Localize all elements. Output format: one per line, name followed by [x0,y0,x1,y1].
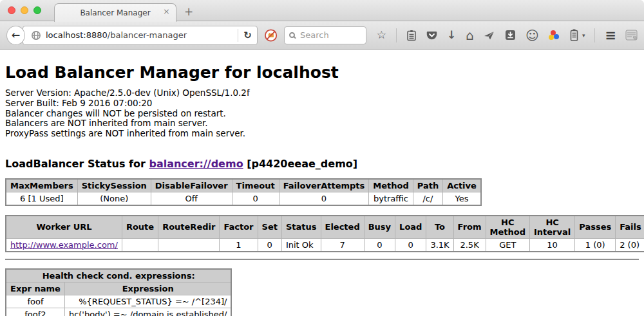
page-grid-icon[interactable] [625,30,638,41]
table-row: http://www.example.com/ 1 0 Init Ok 7 0 … [6,238,644,252]
cell-status: Init Ok [281,238,321,252]
cell-expr-name: foof2 [6,308,64,316]
reading-list-icon[interactable] [406,30,417,41]
cell-load: 0 [395,238,426,252]
balancer-demo-link[interactable]: balancer://demo [149,158,243,170]
col-expression: Expression [64,282,231,295]
window-controls [8,6,41,14]
table-header-row: Expr name Expression [6,282,231,295]
table-row: 6 [1 Used] (None) Off 0 0 bytraffic /c/ … [6,192,481,205]
col-fails: Fails [616,216,644,239]
navigation-toolbar: ← localhost:8880/balancer-manager ↻ ☆ [0,21,644,50]
minimize-window-button[interactable] [21,6,28,14]
col-timeout: Timeout [232,179,279,192]
cell-busy: 0 [364,238,395,252]
cell-factor: 1 [220,238,258,252]
server-info: Server Version: Apache/2.5.0-dev (Unix) … [5,88,639,139]
balancers-notice-line: Balancers are NOT inherited from main se… [5,118,639,129]
col-disablefailover: DisableFailover [151,179,232,192]
heading-prefix: LoadBalancer Status for [5,158,149,170]
downloads-icon[interactable]: ↓ [447,30,456,41]
col-to: To [426,216,453,239]
col-worker-url: Worker URL [6,216,122,239]
heading-suffix: [p4420eeae_demo] [243,158,358,170]
col-passes: Passes [575,216,616,239]
cell-set: 0 [258,238,281,252]
tab-balancer-manager[interactable]: Balancer Manager × [54,3,176,22]
col-stickysession: StickySession [77,179,151,192]
cell-path: /c/ [413,192,442,205]
col-set: Set [258,216,281,239]
cell-stickysession: (None) [77,192,151,205]
chevron-down-icon[interactable]: ▾ [582,32,585,39]
colored-dots-extension-icon[interactable] [549,30,560,41]
cell-method: bytraffic [369,192,413,205]
col-active: Active [443,179,481,192]
toolbar-divider [594,28,595,42]
reload-button[interactable]: ↻ [243,30,252,41]
cell-worker-url: http://www.example.com/ [6,238,122,252]
cell-to: 3.1K [426,238,453,252]
col-path: Path [413,179,442,192]
col-route: Route [122,216,158,239]
cell-from: 2.5K [453,238,486,252]
close-window-button[interactable] [8,6,15,14]
blue-dot [554,34,559,39]
new-tab-button[interactable]: + [184,5,193,18]
col-load: Load [395,216,426,239]
titlebar: Balancer Manager × + [0,0,644,21]
page-title: Load Balancer Manager for localhost [5,63,639,82]
hamburger-menu-icon[interactable]: ≡ [605,28,616,43]
cell-expr-name: foof [6,295,64,308]
browser-window: Balancer Manager × + ← localhost:8880/ba… [0,0,644,316]
health-table-title: Health check cond. expressions: [6,269,231,283]
col-method: Method [369,179,413,192]
col-busy: Busy [364,216,395,239]
col-routeredir: RouteRedir [158,216,220,239]
cell-active: Yes [443,192,481,205]
worker-url-link[interactable]: http://www.example.com/ [10,240,118,250]
cell-elected: 7 [321,238,364,252]
col-status: Status [281,216,321,239]
toolbar-divider [396,28,397,42]
table-header-row: MaxMembers StickySession DisableFailover… [6,179,481,192]
battery-extension-icon[interactable] [570,29,578,41]
cell-disablefailover: Off [151,192,232,205]
zoom-window-button[interactable] [33,6,41,14]
persist-notice-line: Balancer changes will NOT be persisted o… [5,109,639,119]
tab-title: Balancer Manager [80,8,150,17]
cell-maxmembers: 6 [1 Used] [6,192,77,205]
tab-close-icon[interactable]: × [163,7,170,15]
cell-expression: %{REQUEST_STATUS} =~ /^[234]/ [64,295,231,308]
col-maxmembers: MaxMembers [6,179,77,192]
section-divider [5,259,639,260]
back-button[interactable]: ← [6,26,25,45]
send-plane-icon[interactable] [484,30,495,41]
table-title-row: Health check cond. expressions: [6,269,231,283]
balancer-settings-table: MaxMembers StickySession DisableFailover… [5,178,482,206]
col-hc-method: HC Method [486,216,529,239]
urlbar-divider [238,29,238,42]
server-version-line: Server Version: Apache/2.5.0-dev (Unix) … [5,88,639,98]
cell-failoverattempts: 0 [279,192,369,205]
search-bar[interactable] [284,26,366,44]
url-bar[interactable]: localhost:8880/balancer-manager ↻ [23,26,258,45]
col-expr-name: Expr name [6,282,64,295]
col-elected: Elected [321,216,364,239]
bookmark-star-icon[interactable]: ☆ [377,30,386,41]
cell-hc-method: GET [486,238,529,252]
home-icon[interactable]: ⌂ [466,29,474,42]
smiley-hello-icon[interactable]: ☺ [526,29,539,42]
globe-icon [31,30,41,41]
pocket-icon[interactable] [426,30,437,41]
col-failoverattempts: FailoverAttempts [279,179,369,192]
download-panel-icon[interactable] [505,30,516,41]
proxypass-notice-line: ProxyPass settings are NOT inherited fro… [5,129,639,139]
plugin-blocked-icon[interactable] [264,28,278,42]
worker-table: Worker URL Route RouteRedir Factor Set S… [5,215,644,252]
search-input[interactable] [299,30,357,41]
health-check-table: Health check cond. expressions: Expr nam… [5,268,232,316]
col-factor: Factor [220,216,258,239]
table-header-row: Worker URL Route RouteRedir Factor Set S… [6,216,644,239]
table-row: foof %{REQUEST_STATUS} =~ /^[234]/ [6,295,231,308]
